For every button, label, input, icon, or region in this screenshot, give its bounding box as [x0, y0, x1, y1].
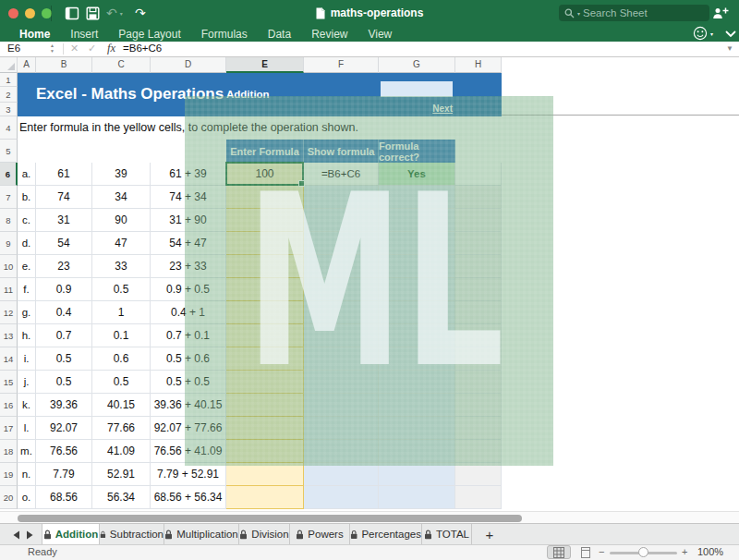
- row-header-14[interactable]: 14: [0, 347, 18, 371]
- share-button[interactable]: [711, 5, 730, 21]
- number2-cell[interactable]: 47: [92, 232, 151, 255]
- number2-cell[interactable]: 0.1: [92, 324, 151, 347]
- number1-cell[interactable]: 0.5: [36, 371, 92, 394]
- row-header-8[interactable]: 8: [0, 209, 18, 232]
- ribbon-tab-view[interactable]: View: [357, 28, 402, 41]
- number1-cell[interactable]: 68.56: [36, 486, 92, 509]
- label-cell[interactable]: o.: [18, 486, 36, 509]
- number1-cell[interactable]: 0.7: [36, 324, 92, 347]
- zoom-in-button[interactable]: +: [682, 546, 687, 557]
- search-input[interactable]: ▾ Search Sheet: [559, 5, 709, 21]
- column-header-E[interactable]: E: [226, 57, 304, 73]
- formula-correct-cell[interactable]: [379, 463, 455, 486]
- number1-cell[interactable]: 61: [36, 163, 92, 186]
- column-header-B[interactable]: B: [36, 57, 92, 73]
- row-header-11[interactable]: 11: [0, 278, 18, 301]
- formula-input[interactable]: =B6+C6: [123, 43, 162, 54]
- number2-cell[interactable]: 52.91: [92, 463, 151, 486]
- label-cell[interactable]: h.: [18, 324, 36, 347]
- row-header-3[interactable]: 3: [0, 103, 18, 116]
- row-header-19[interactable]: 19: [0, 463, 18, 486]
- sheet-tab-multiplication[interactable]: Multiplication: [164, 524, 239, 544]
- number2-cell[interactable]: 1: [92, 301, 151, 324]
- show-formula-cell[interactable]: [304, 463, 379, 486]
- formula-bar-expand-caret[interactable]: ▼: [726, 44, 733, 53]
- next-sheet-arrow[interactable]: [26, 530, 34, 540]
- ribbon-tab-data[interactable]: Data: [258, 28, 301, 41]
- label-cell[interactable]: m.: [18, 440, 36, 463]
- number2-cell[interactable]: 77.66: [92, 417, 151, 440]
- spare-cell[interactable]: [455, 463, 502, 486]
- column-header-A[interactable]: A: [18, 57, 36, 73]
- row-header-13[interactable]: 13: [0, 324, 18, 347]
- feedback-smiley-button[interactable]: ▾: [693, 25, 713, 42]
- zoom-slider-knob[interactable]: [638, 547, 648, 557]
- number1-cell[interactable]: 92.07: [36, 417, 92, 440]
- number2-cell[interactable]: 41.09: [92, 440, 151, 463]
- confirm-entry-button[interactable]: ✓: [88, 43, 96, 55]
- select-all-corner[interactable]: [0, 57, 18, 73]
- label-cell[interactable]: f.: [18, 278, 36, 301]
- number1-cell[interactable]: 74: [36, 186, 92, 209]
- row-header-1[interactable]: 1: [0, 73, 18, 87]
- number1-cell[interactable]: 39.36: [36, 394, 92, 417]
- label-cell[interactable]: c.: [18, 209, 36, 232]
- number1-cell[interactable]: 0.5: [36, 347, 92, 371]
- banner-input-cell[interactable]: [381, 81, 453, 97]
- row-header-10[interactable]: 10: [0, 255, 18, 278]
- number2-cell[interactable]: 39: [92, 163, 151, 186]
- spare-cell[interactable]: [455, 486, 502, 509]
- sheet-tab-percentages[interactable]: Percentages: [350, 524, 422, 544]
- column-header-H[interactable]: H: [455, 57, 502, 73]
- sheet-tab-addition[interactable]: Addition: [42, 524, 100, 544]
- ribbon-tab-insert[interactable]: Insert: [60, 28, 108, 41]
- page-layout-view-button[interactable]: [574, 545, 598, 559]
- number2-cell[interactable]: 34: [92, 186, 151, 209]
- label-cell[interactable]: g.: [18, 301, 36, 324]
- label-cell[interactable]: d.: [18, 232, 36, 255]
- name-box[interactable]: E6: [7, 43, 20, 54]
- row-header-6[interactable]: 6: [0, 163, 18, 186]
- label-cell[interactable]: l.: [18, 417, 36, 440]
- insert-function-button[interactable]: fx: [107, 42, 115, 55]
- number2-cell[interactable]: 90: [92, 209, 151, 232]
- row-header-20[interactable]: 20: [0, 486, 18, 509]
- row-header-18[interactable]: 18: [0, 440, 18, 463]
- column-header-F[interactable]: F: [304, 57, 379, 73]
- zoom-out-button[interactable]: −: [599, 546, 604, 557]
- horizontal-scrollbar[interactable]: [0, 511, 739, 523]
- label-cell[interactable]: b.: [18, 186, 36, 209]
- row-header-15[interactable]: 15: [0, 371, 18, 394]
- number2-cell[interactable]: 0.5: [92, 371, 151, 394]
- enter-formula-cell[interactable]: [226, 463, 304, 486]
- smiley-dropdown-caret[interactable]: ▾: [710, 30, 713, 37]
- formula-correct-cell[interactable]: [379, 486, 455, 509]
- column-header-G[interactable]: G: [379, 57, 455, 73]
- sheet-tab-division[interactable]: Division: [239, 524, 290, 544]
- operation-cell[interactable]: 68.56 + 56.34: [151, 486, 226, 509]
- number1-cell[interactable]: 76.56: [36, 440, 92, 463]
- ribbon-tab-formulas[interactable]: Formulas: [191, 28, 258, 41]
- search-scope-caret[interactable]: ▾: [577, 10, 580, 17]
- label-cell[interactable]: e.: [18, 255, 36, 278]
- name-box-stepper[interactable]: ▲▼: [46, 43, 58, 55]
- row-header-16[interactable]: 16: [0, 394, 18, 417]
- cancel-entry-button[interactable]: ✕: [70, 43, 79, 55]
- label-cell[interactable]: j.: [18, 371, 36, 394]
- sheet-tab-powers[interactable]: Powers: [290, 524, 350, 544]
- sheet-tab-subtraction[interactable]: Subtraction: [100, 524, 164, 544]
- label-cell[interactable]: k.: [18, 394, 36, 417]
- add-sheet-button[interactable]: +: [472, 524, 507, 544]
- number1-cell[interactable]: 0.9: [36, 278, 92, 301]
- row-header-4[interactable]: 4: [0, 116, 18, 140]
- number1-cell[interactable]: 7.79: [36, 463, 92, 486]
- show-formula-cell[interactable]: [304, 486, 379, 509]
- operation-cell[interactable]: 7.79 + 52.91: [151, 463, 226, 486]
- number2-cell[interactable]: 33: [92, 255, 151, 278]
- number1-cell[interactable]: 54: [36, 232, 92, 255]
- sheet-tab-total[interactable]: TOTAL: [422, 524, 472, 544]
- previous-sheet-arrow[interactable]: [12, 530, 20, 540]
- label-cell[interactable]: a.: [18, 163, 36, 186]
- collapse-ribbon-button[interactable]: [725, 26, 736, 43]
- column-header-D[interactable]: D: [151, 57, 226, 73]
